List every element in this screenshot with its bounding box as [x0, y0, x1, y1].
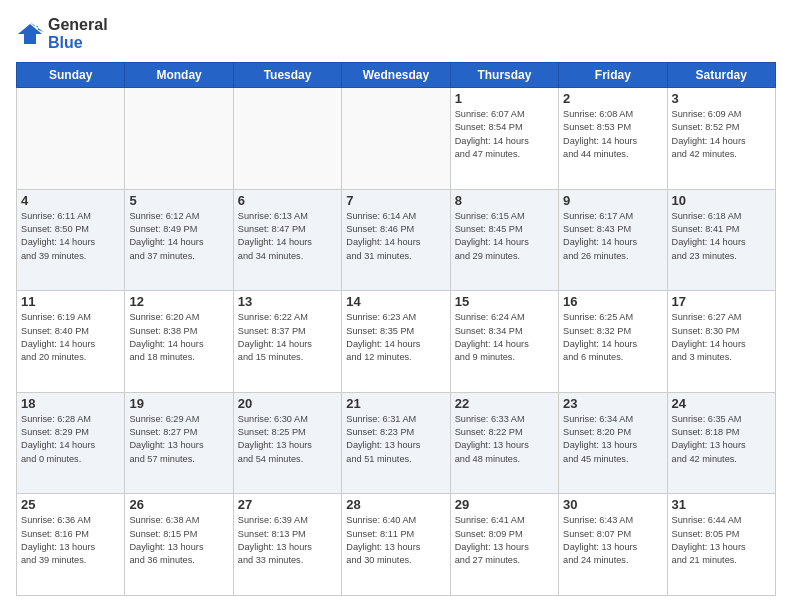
day-info: Sunrise: 6:43 AM Sunset: 8:07 PM Dayligh… [563, 514, 662, 567]
day-info: Sunrise: 6:17 AM Sunset: 8:43 PM Dayligh… [563, 210, 662, 263]
day-info: Sunrise: 6:39 AM Sunset: 8:13 PM Dayligh… [238, 514, 337, 567]
calendar-cell: 17Sunrise: 6:27 AM Sunset: 8:30 PM Dayli… [667, 291, 775, 393]
calendar-cell: 27Sunrise: 6:39 AM Sunset: 8:13 PM Dayli… [233, 494, 341, 596]
calendar-week-row: 11Sunrise: 6:19 AM Sunset: 8:40 PM Dayli… [17, 291, 776, 393]
calendar-cell: 12Sunrise: 6:20 AM Sunset: 8:38 PM Dayli… [125, 291, 233, 393]
day-info: Sunrise: 6:34 AM Sunset: 8:20 PM Dayligh… [563, 413, 662, 466]
day-info: Sunrise: 6:07 AM Sunset: 8:54 PM Dayligh… [455, 108, 554, 161]
day-number: 30 [563, 497, 662, 512]
day-info: Sunrise: 6:30 AM Sunset: 8:25 PM Dayligh… [238, 413, 337, 466]
calendar-cell: 7Sunrise: 6:14 AM Sunset: 8:46 PM Daylig… [342, 189, 450, 291]
day-info: Sunrise: 6:23 AM Sunset: 8:35 PM Dayligh… [346, 311, 445, 364]
day-of-week-header: Saturday [667, 63, 775, 88]
calendar-body: 1Sunrise: 6:07 AM Sunset: 8:54 PM Daylig… [17, 88, 776, 596]
calendar-cell: 25Sunrise: 6:36 AM Sunset: 8:16 PM Dayli… [17, 494, 125, 596]
day-info: Sunrise: 6:29 AM Sunset: 8:27 PM Dayligh… [129, 413, 228, 466]
day-info: Sunrise: 6:28 AM Sunset: 8:29 PM Dayligh… [21, 413, 120, 466]
calendar-cell: 2Sunrise: 6:08 AM Sunset: 8:53 PM Daylig… [559, 88, 667, 190]
day-number: 20 [238, 396, 337, 411]
day-number: 29 [455, 497, 554, 512]
calendar-cell: 31Sunrise: 6:44 AM Sunset: 8:05 PM Dayli… [667, 494, 775, 596]
day-of-week-header: Thursday [450, 63, 558, 88]
day-of-week-header: Friday [559, 63, 667, 88]
day-info: Sunrise: 6:31 AM Sunset: 8:23 PM Dayligh… [346, 413, 445, 466]
page: General Blue SundayMondayTuesdayWednesda… [0, 0, 792, 612]
day-number: 5 [129, 193, 228, 208]
logo-text: General Blue [48, 16, 108, 52]
day-number: 6 [238, 193, 337, 208]
calendar-cell: 3Sunrise: 6:09 AM Sunset: 8:52 PM Daylig… [667, 88, 775, 190]
day-number: 16 [563, 294, 662, 309]
calendar-cell: 11Sunrise: 6:19 AM Sunset: 8:40 PM Dayli… [17, 291, 125, 393]
calendar-table: SundayMondayTuesdayWednesdayThursdayFrid… [16, 62, 776, 596]
calendar-header-row: SundayMondayTuesdayWednesdayThursdayFrid… [17, 63, 776, 88]
day-number: 28 [346, 497, 445, 512]
day-number: 25 [21, 497, 120, 512]
calendar-cell: 13Sunrise: 6:22 AM Sunset: 8:37 PM Dayli… [233, 291, 341, 393]
day-number: 11 [21, 294, 120, 309]
day-of-week-header: Monday [125, 63, 233, 88]
day-info: Sunrise: 6:24 AM Sunset: 8:34 PM Dayligh… [455, 311, 554, 364]
calendar-cell [342, 88, 450, 190]
day-number: 15 [455, 294, 554, 309]
calendar-cell: 5Sunrise: 6:12 AM Sunset: 8:49 PM Daylig… [125, 189, 233, 291]
calendar-week-row: 4Sunrise: 6:11 AM Sunset: 8:50 PM Daylig… [17, 189, 776, 291]
day-info: Sunrise: 6:14 AM Sunset: 8:46 PM Dayligh… [346, 210, 445, 263]
calendar-week-row: 25Sunrise: 6:36 AM Sunset: 8:16 PM Dayli… [17, 494, 776, 596]
calendar-week-row: 1Sunrise: 6:07 AM Sunset: 8:54 PM Daylig… [17, 88, 776, 190]
calendar-cell: 26Sunrise: 6:38 AM Sunset: 8:15 PM Dayli… [125, 494, 233, 596]
day-number: 31 [672, 497, 771, 512]
day-number: 9 [563, 193, 662, 208]
day-info: Sunrise: 6:40 AM Sunset: 8:11 PM Dayligh… [346, 514, 445, 567]
day-info: Sunrise: 6:11 AM Sunset: 8:50 PM Dayligh… [21, 210, 120, 263]
day-info: Sunrise: 6:35 AM Sunset: 8:18 PM Dayligh… [672, 413, 771, 466]
day-of-week-header: Sunday [17, 63, 125, 88]
day-info: Sunrise: 6:12 AM Sunset: 8:49 PM Dayligh… [129, 210, 228, 263]
day-info: Sunrise: 6:36 AM Sunset: 8:16 PM Dayligh… [21, 514, 120, 567]
day-number: 10 [672, 193, 771, 208]
day-number: 26 [129, 497, 228, 512]
day-number: 13 [238, 294, 337, 309]
calendar-cell [125, 88, 233, 190]
calendar-week-row: 18Sunrise: 6:28 AM Sunset: 8:29 PM Dayli… [17, 392, 776, 494]
day-info: Sunrise: 6:19 AM Sunset: 8:40 PM Dayligh… [21, 311, 120, 364]
day-number: 27 [238, 497, 337, 512]
calendar-cell: 19Sunrise: 6:29 AM Sunset: 8:27 PM Dayli… [125, 392, 233, 494]
day-number: 2 [563, 91, 662, 106]
calendar-cell: 30Sunrise: 6:43 AM Sunset: 8:07 PM Dayli… [559, 494, 667, 596]
day-number: 4 [21, 193, 120, 208]
day-number: 24 [672, 396, 771, 411]
day-number: 14 [346, 294, 445, 309]
calendar-cell: 15Sunrise: 6:24 AM Sunset: 8:34 PM Dayli… [450, 291, 558, 393]
logo-icon [16, 20, 44, 48]
day-info: Sunrise: 6:20 AM Sunset: 8:38 PM Dayligh… [129, 311, 228, 364]
calendar-cell [17, 88, 125, 190]
calendar-cell: 22Sunrise: 6:33 AM Sunset: 8:22 PM Dayli… [450, 392, 558, 494]
calendar-cell: 8Sunrise: 6:15 AM Sunset: 8:45 PM Daylig… [450, 189, 558, 291]
calendar-cell: 18Sunrise: 6:28 AM Sunset: 8:29 PM Dayli… [17, 392, 125, 494]
day-number: 1 [455, 91, 554, 106]
day-info: Sunrise: 6:18 AM Sunset: 8:41 PM Dayligh… [672, 210, 771, 263]
day-number: 19 [129, 396, 228, 411]
calendar-cell: 24Sunrise: 6:35 AM Sunset: 8:18 PM Dayli… [667, 392, 775, 494]
day-number: 7 [346, 193, 445, 208]
calendar-cell: 9Sunrise: 6:17 AM Sunset: 8:43 PM Daylig… [559, 189, 667, 291]
calendar-cell: 21Sunrise: 6:31 AM Sunset: 8:23 PM Dayli… [342, 392, 450, 494]
header: General Blue [16, 16, 776, 52]
calendar-cell: 14Sunrise: 6:23 AM Sunset: 8:35 PM Dayli… [342, 291, 450, 393]
day-of-week-header: Tuesday [233, 63, 341, 88]
day-info: Sunrise: 6:09 AM Sunset: 8:52 PM Dayligh… [672, 108, 771, 161]
calendar-cell: 4Sunrise: 6:11 AM Sunset: 8:50 PM Daylig… [17, 189, 125, 291]
day-info: Sunrise: 6:33 AM Sunset: 8:22 PM Dayligh… [455, 413, 554, 466]
day-info: Sunrise: 6:44 AM Sunset: 8:05 PM Dayligh… [672, 514, 771, 567]
day-info: Sunrise: 6:13 AM Sunset: 8:47 PM Dayligh… [238, 210, 337, 263]
day-number: 18 [21, 396, 120, 411]
day-info: Sunrise: 6:08 AM Sunset: 8:53 PM Dayligh… [563, 108, 662, 161]
calendar-cell: 10Sunrise: 6:18 AM Sunset: 8:41 PM Dayli… [667, 189, 775, 291]
calendar-cell: 6Sunrise: 6:13 AM Sunset: 8:47 PM Daylig… [233, 189, 341, 291]
calendar-cell: 20Sunrise: 6:30 AM Sunset: 8:25 PM Dayli… [233, 392, 341, 494]
day-number: 3 [672, 91, 771, 106]
day-number: 21 [346, 396, 445, 411]
day-info: Sunrise: 6:41 AM Sunset: 8:09 PM Dayligh… [455, 514, 554, 567]
day-number: 12 [129, 294, 228, 309]
